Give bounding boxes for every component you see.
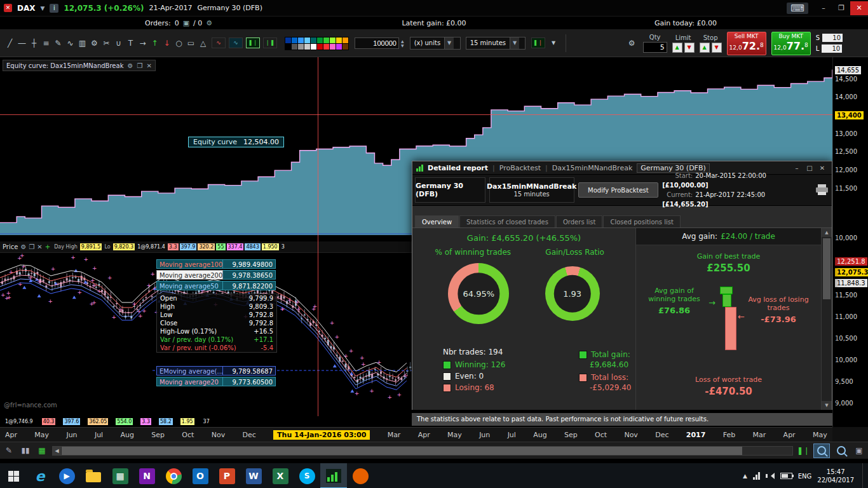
indicator-row[interactable]: Moving average209,773.60500 xyxy=(156,377,276,386)
buy-limit-icon[interactable]: ▲ xyxy=(672,43,682,53)
down-arrow-tool[interactable]: ↓ xyxy=(161,36,173,51)
taskbar-clock[interactable]: 15:47 22/04/2017 xyxy=(817,468,854,485)
triangle-tool[interactable]: △ xyxy=(197,36,209,51)
magnet-tool[interactable]: ∪ xyxy=(112,36,125,51)
window-icon[interactable]: ❐ xyxy=(137,62,142,69)
chart-style-thumb-candle[interactable]: ❚❘ xyxy=(246,37,260,48)
candle-chart-icon[interactable]: ❚❘ xyxy=(797,445,810,456)
quantity-stepper[interactable]: ▲▼ xyxy=(401,39,404,48)
tools-icon[interactable]: ⚙ xyxy=(88,36,100,51)
fibonacci-tool[interactable]: ≡ xyxy=(40,36,52,51)
indicator-row[interactable]: Moving average509,871.82200 xyxy=(156,281,276,290)
volume-icon[interactable] xyxy=(766,473,775,479)
color-swatch[interactable] xyxy=(342,43,349,50)
trash-tool[interactable]: ▥ xyxy=(76,36,88,51)
chart-type-dropdown-icon[interactable]: ▼ xyxy=(548,36,560,51)
quantity-input[interactable] xyxy=(355,37,399,49)
table-view-icon[interactable]: ▦ xyxy=(36,445,48,456)
bar-chart-icon[interactable]: ▮▮ xyxy=(19,445,32,456)
window-icon[interactable]: ❐ xyxy=(29,243,34,250)
tab-statistics[interactable]: Statistics of closed trades xyxy=(459,215,555,227)
sell-market-button[interactable]: Sell MKT 12,072.8 xyxy=(727,32,766,55)
green-app-icon[interactable]: ▦ xyxy=(107,463,133,488)
price-pane-header[interactable]: Price ⚙ ❐ ✕ + Day High9,891.5Lo9,820.31@… xyxy=(0,241,412,253)
tab-orders-list[interactable]: Orders list xyxy=(556,215,603,227)
price-scale-axis[interactable]: 14,65514,50014,00013,40013,00012,50012,0… xyxy=(832,57,868,427)
info-icon[interactable]: i xyxy=(50,4,58,13)
firefox-icon[interactable] xyxy=(347,463,374,488)
scroll-thumb[interactable] xyxy=(62,447,742,455)
annotate-chart-icon[interactable]: ✎ xyxy=(3,445,15,456)
trading-app-icon[interactable] xyxy=(320,463,347,488)
zoom-out-icon[interactable] xyxy=(834,444,849,458)
chart-style-thumb-line[interactable]: ∿ xyxy=(212,37,226,48)
zigzag-tool[interactable]: ∿ xyxy=(64,36,76,51)
battery-icon[interactable] xyxy=(780,473,792,479)
chevron-down-icon[interactable]: ▼ xyxy=(41,5,45,11)
indicator-labels[interactable]: Moving average1009,989.49800Moving avera… xyxy=(156,259,276,292)
print-icon[interactable] xyxy=(815,184,829,196)
close-workspace-icon[interactable]: ✕ xyxy=(4,4,12,12)
arrow-tool[interactable]: → xyxy=(137,36,149,51)
zoom-in-icon[interactable] xyxy=(813,444,830,458)
maximize-button[interactable]: □ xyxy=(804,165,815,172)
close-button[interactable]: ✕ xyxy=(817,165,828,172)
limit-l-value[interactable]: 10 xyxy=(822,44,842,53)
wrench-icon[interactable]: ⚙ xyxy=(20,243,26,250)
indicator-labels[interactable]: EMoving average(...)9,789.58687Moving av… xyxy=(156,366,276,388)
report-scrollbar[interactable]: ▲ ▼ xyxy=(821,228,832,410)
modify-probacktest-button[interactable]: Modify ProBacktest xyxy=(578,182,659,198)
media-player-icon[interactable]: ▶ xyxy=(53,463,80,488)
scroll-down-icon[interactable]: ▼ xyxy=(822,401,832,410)
fullscreen-icon[interactable]: ▣ xyxy=(853,445,865,456)
word-icon[interactable]: W xyxy=(240,463,267,488)
chart-type-button[interactable]: ❚❘ xyxy=(531,37,545,48)
start-button[interactable] xyxy=(0,463,27,488)
crosshair-tool[interactable]: ┼ xyxy=(28,36,40,51)
order-settings-icon[interactable]: ⚙ xyxy=(626,36,638,51)
indicator-row[interactable]: EMoving average(...)9,789.58687 xyxy=(156,366,276,376)
sell-stop-icon[interactable]: ▼ xyxy=(712,43,722,53)
scroll-left-icon[interactable]: ◀ xyxy=(53,447,61,455)
show-desktop-button[interactable] xyxy=(862,463,865,488)
price-chart[interactable]: Price ⚙ ❐ ✕ + Day High9,891.5Lo9,820.31@… xyxy=(0,241,412,416)
file-explorer-icon[interactable] xyxy=(80,463,107,488)
minimize-button[interactable]: – xyxy=(791,165,803,172)
outlook-icon[interactable]: O xyxy=(187,463,214,488)
hidden-icons-chevron[interactable]: ▲ xyxy=(743,473,747,479)
close-button[interactable]: ✕ xyxy=(850,1,868,15)
color-palette[interactable] xyxy=(285,37,348,49)
chart-style-thumb-bar[interactable]: ❘❚ xyxy=(263,37,277,48)
tab-overview[interactable]: Overview xyxy=(415,215,459,227)
minimize-button[interactable]: – xyxy=(815,1,832,15)
up-arrow-tool[interactable]: ↑ xyxy=(149,36,161,51)
sell-limit-icon[interactable]: ▼ xyxy=(684,43,695,53)
horizontal-line-tool[interactable]: ― xyxy=(16,36,28,51)
powerpoint-icon[interactable]: P xyxy=(214,463,240,488)
orders-list-icon[interactable]: ▣ xyxy=(183,19,189,27)
buy-market-button[interactable]: Buy MKT 12,077.8 xyxy=(771,32,811,55)
excel-icon[interactable]: X xyxy=(267,463,294,488)
orders-settings-icon[interactable]: ⚙ xyxy=(206,19,212,27)
ie-icon[interactable]: e xyxy=(27,463,53,488)
stop-s-value[interactable]: 10 xyxy=(822,34,843,42)
pencil-tool[interactable]: ✎ xyxy=(52,36,64,51)
scroll-thumb[interactable] xyxy=(823,238,831,299)
chart-style-thumb-area[interactable]: ∿ xyxy=(229,37,243,48)
add-indicator-icon[interactable]: + xyxy=(45,243,50,250)
indicator-row[interactable]: Moving average2009,978.38650 xyxy=(156,270,276,280)
rectangle-tool[interactable]: ▭ xyxy=(185,36,197,51)
time-axis[interactable]: AprMayJunJulAugSepOctNovDecThu 14-Jan-20… xyxy=(0,427,832,442)
network-icon[interactable] xyxy=(753,472,760,480)
timeframe-select[interactable]: 15 minutes▼ xyxy=(466,37,526,50)
cut-tool[interactable]: ✂ xyxy=(100,36,112,51)
text-tool[interactable]: T xyxy=(125,36,137,51)
onenote-icon[interactable]: N xyxy=(133,463,160,488)
chrome-icon[interactable] xyxy=(160,463,187,488)
line-tool[interactable]: ╱ xyxy=(4,36,16,51)
close-icon[interactable]: ✕ xyxy=(37,243,42,250)
wrench-icon[interactable]: ⚙ xyxy=(127,62,133,69)
equity-pane-header[interactable]: Equity curve: Dax15minMNandBreak ⚙ ❐ ✕ xyxy=(3,60,156,71)
keyboard-icon[interactable]: ⌨ xyxy=(787,3,808,14)
skype-icon[interactable]: S xyxy=(294,463,320,488)
